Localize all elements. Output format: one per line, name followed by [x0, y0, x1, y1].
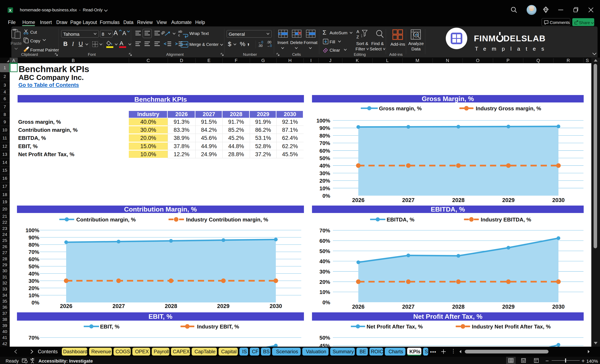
- svg-text:70%: 70%: [28, 249, 39, 255]
- svg-text:20%: 20%: [319, 279, 330, 285]
- svg-text:Industry EBIT, %: Industry EBIT, %: [197, 324, 239, 330]
- svg-text:20%: 20%: [28, 285, 39, 291]
- svg-text:100%: 100%: [317, 118, 330, 124]
- svg-text:100%: 100%: [26, 227, 39, 233]
- svg-text:Net Profit After Tax, %: Net Profit After Tax, %: [413, 313, 482, 320]
- svg-text:30%: 30%: [28, 278, 39, 284]
- svg-text:Industry Net Profit After Tax,: Industry Net Profit After Tax, %: [472, 324, 551, 330]
- svg-text:10%: 10%: [28, 292, 39, 299]
- svg-text:0%: 0%: [31, 300, 39, 306]
- svg-text:0%: 0%: [322, 299, 330, 306]
- svg-text:30%: 30%: [319, 170, 330, 176]
- svg-text:2026: 2026: [352, 304, 365, 310]
- svg-text:2030: 2030: [552, 304, 565, 310]
- svg-text:EBITDA, %: EBITDA, %: [387, 217, 414, 223]
- svg-text:2030: 2030: [552, 197, 565, 203]
- svg-text:EBIT, %: EBIT, %: [149, 313, 172, 320]
- svg-text:50%: 50%: [319, 335, 330, 341]
- svg-text:60%: 60%: [28, 256, 39, 262]
- svg-text:2029: 2029: [502, 304, 515, 310]
- svg-text:10%: 10%: [319, 289, 330, 295]
- svg-text:2027: 2027: [402, 304, 414, 310]
- svg-text:Gross Margin, %: Gross Margin, %: [422, 95, 474, 102]
- svg-text:50%: 50%: [28, 264, 39, 270]
- svg-text:Contribution margin, %: Contribution margin, %: [76, 217, 136, 223]
- svg-text:0%: 0%: [322, 193, 330, 199]
- svg-text:FINM: FINM: [474, 34, 496, 43]
- svg-text:50%: 50%: [319, 248, 330, 254]
- svg-text:90%: 90%: [319, 125, 330, 131]
- svg-text:DELSLAB: DELSLAB: [503, 34, 546, 43]
- svg-text:Industry Gross margin, %: Industry Gross margin, %: [476, 105, 541, 111]
- svg-text:90%: 90%: [28, 235, 39, 241]
- svg-text:30%: 30%: [319, 269, 330, 275]
- svg-text:60%: 60%: [319, 148, 330, 154]
- svg-text:2029: 2029: [217, 303, 229, 309]
- svg-text:2026: 2026: [60, 303, 72, 309]
- svg-text:2029: 2029: [502, 197, 515, 203]
- svg-text:Industry Contribution margin,: Industry Contribution margin, %: [186, 217, 268, 223]
- svg-text:70%: 70%: [319, 140, 330, 146]
- svg-text:45%: 45%: [319, 343, 330, 347]
- svg-text:40%: 40%: [319, 258, 330, 264]
- svg-text:2030: 2030: [270, 303, 282, 309]
- svg-text:2027: 2027: [112, 303, 125, 309]
- svg-text:50%: 50%: [319, 155, 330, 161]
- svg-text:Gross margin, %: Gross margin, %: [379, 105, 422, 111]
- svg-text:70%: 70%: [319, 228, 330, 234]
- svg-text:2028: 2028: [165, 303, 177, 309]
- svg-text:10%: 10%: [319, 185, 330, 191]
- svg-text:70%: 70%: [28, 335, 39, 341]
- svg-text:2028: 2028: [452, 197, 465, 203]
- svg-text:2028: 2028: [452, 304, 465, 310]
- svg-text:EBITDA, %: EBITDA, %: [431, 206, 465, 213]
- svg-text:2027: 2027: [402, 197, 414, 203]
- svg-text:EBIT, %: EBIT, %: [100, 324, 120, 330]
- svg-text:40%: 40%: [28, 271, 39, 277]
- svg-text:Industry EBITDA, %: Industry EBITDA, %: [481, 217, 531, 223]
- svg-text:40%: 40%: [319, 163, 330, 169]
- svg-text:2026: 2026: [352, 197, 365, 203]
- svg-text:80%: 80%: [28, 242, 39, 248]
- svg-text:Contribution Margin, %: Contribution Margin, %: [124, 206, 197, 213]
- svg-text:20%: 20%: [319, 178, 330, 184]
- svg-text:Net Profit After Tax, %: Net Profit After Tax, %: [366, 324, 423, 330]
- svg-text:80%: 80%: [319, 133, 330, 139]
- svg-text:60%: 60%: [319, 238, 330, 244]
